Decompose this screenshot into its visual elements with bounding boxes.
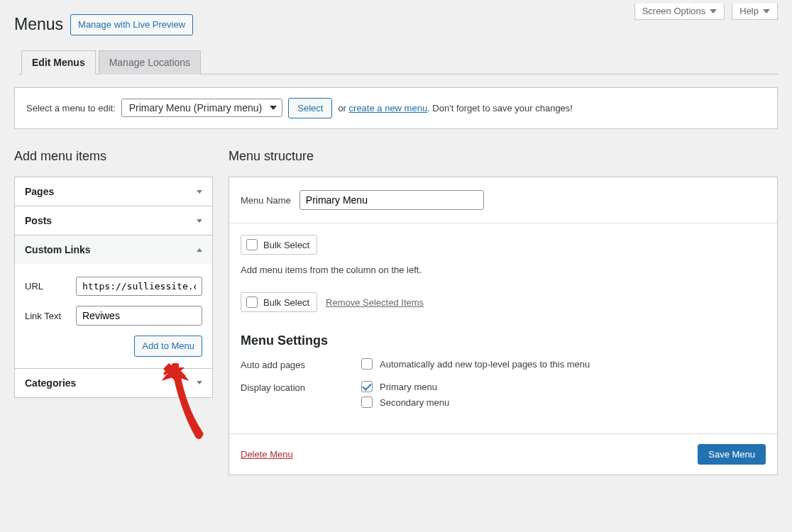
remove-selected-link[interactable]: Remove Selected Items (326, 297, 424, 308)
helper-text: Add menu items from the column on the le… (241, 265, 766, 275)
accordion-categories[interactable]: Categories (15, 369, 212, 397)
link-text-input[interactable] (76, 306, 202, 326)
add-items-accordion: Pages Posts Custom Links (14, 177, 213, 398)
accordion-custom-links-label: Custom Links (25, 244, 91, 255)
bulk-select-bottom[interactable]: Bulk Select (241, 292, 317, 312)
menu-name-input[interactable] (299, 190, 484, 210)
accordion-pages-label: Pages (25, 186, 54, 197)
accordion-pages[interactable]: Pages (15, 177, 212, 206)
menu-select-value: Primary Menu (Primary menu) (121, 99, 282, 117)
secondary-location-label: Secondary menu (380, 397, 449, 408)
page-title: Menus (14, 15, 63, 34)
link-text-label: Link Text (25, 311, 69, 321)
add-menu-items-heading: Add menu items (14, 149, 213, 164)
chevron-down-icon (197, 381, 202, 384)
tab-manage-locations[interactable]: Manage Locations (99, 50, 201, 74)
after-text: . Don't forget to save your changes! (427, 103, 573, 113)
create-new-menu-link[interactable]: create a new menu (349, 103, 428, 113)
auto-add-checkbox[interactable] (361, 358, 373, 370)
bulk-select-checkbox[interactable] (246, 239, 258, 250)
help-button[interactable]: Help (732, 4, 778, 20)
select-button[interactable]: Select (288, 98, 332, 119)
or-text: or (338, 103, 346, 113)
menu-name-label: Menu Name (241, 195, 291, 206)
screen-options-label: Screen Options (642, 6, 706, 16)
primary-location-label: Primary menu (380, 382, 437, 392)
chevron-up-icon (197, 248, 202, 252)
save-menu-button[interactable]: Save Menu (698, 444, 766, 465)
chevron-down-icon (197, 219, 202, 223)
accordion-posts[interactable]: Posts (15, 206, 212, 235)
auto-add-label: Auto add pages (241, 358, 361, 370)
url-input[interactable] (76, 277, 202, 296)
chevron-down-icon (710, 9, 717, 13)
bulk-select-checkbox[interactable] (246, 297, 258, 308)
url-label: URL (25, 281, 69, 292)
delete-menu-link[interactable]: Delete Menu (241, 449, 293, 460)
chevron-down-icon (197, 190, 202, 194)
auto-add-option-label: Automatically add new top-level pages to… (380, 359, 590, 370)
display-location-label: Display location (241, 381, 361, 393)
menu-structure-heading: Menu structure (229, 149, 778, 164)
menu-structure-panel: Menu Name Bulk Select Add menu items fro… (229, 177, 778, 475)
screen-options-button[interactable]: Screen Options (634, 4, 725, 20)
tab-edit-menus[interactable]: Edit Menus (21, 50, 96, 74)
bulk-select-top[interactable]: Bulk Select (241, 235, 317, 255)
live-preview-button[interactable]: Manage with Live Preview (70, 14, 193, 35)
help-label: Help (739, 6, 759, 16)
bulk-select-label: Bulk Select (263, 297, 309, 308)
menu-settings-heading: Menu Settings (241, 333, 766, 348)
menu-select[interactable]: Primary Menu (Primary menu) (121, 102, 282, 113)
accordion-posts-label: Posts (25, 215, 52, 226)
accordion-categories-label: Categories (25, 377, 76, 389)
secondary-location-checkbox[interactable] (361, 397, 373, 408)
chevron-down-icon (763, 9, 770, 13)
add-to-menu-button[interactable]: Add to Menu (134, 336, 202, 357)
bulk-select-label: Bulk Select (263, 240, 309, 250)
menu-select-bar: Select a menu to edit: Primary Menu (Pri… (14, 87, 778, 130)
select-menu-label: Select a menu to edit: (26, 103, 116, 113)
accordion-custom-links[interactable]: Custom Links (15, 235, 212, 264)
primary-location-checkbox[interactable] (361, 381, 373, 392)
chevron-down-icon (270, 106, 277, 110)
